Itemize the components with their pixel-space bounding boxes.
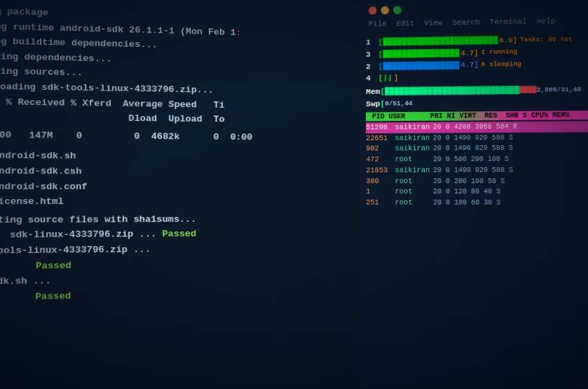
htop-area: 1 [████████████████████████ 6.0] Tasks: … [359,29,588,214]
process-row: 51208 saikiran 20 0 4288 3968 584 R [366,121,588,133]
close-button[interactable] [369,6,377,15]
screenshot-container: g package ng runtime android-sdk 26.1.1-… [0,0,588,389]
terminal-line: ating source files with sha1sums... [0,211,344,228]
maximize-button[interactable] [393,6,401,15]
terminal-line: android-sdk.csh [0,164,344,180]
menu-terminal[interactable]: Terminal [490,17,527,26]
swp-row: Swp [ 0/51,44 [366,96,588,110]
menu-file[interactable]: File [369,20,387,28]
process-row: 472 root 20 0 580 200 100 S [366,154,588,166]
terminal-left: g package ng runtime android-sdk 26.1.1-… [0,0,365,389]
process-row: 1 root 20 0 120 80 40 S [366,187,588,198]
process-row: 902 saikiran 20 0 1490 920 588 S [366,143,588,155]
menu-view[interactable]: View [424,19,443,27]
process-row: 22651 saikiran 20 0 1490 920 588 S [366,132,588,144]
menu-help[interactable]: Help [537,17,555,26]
cpu-row-4: 4 [|| ] [366,70,588,84]
terminal-line: android-sdk.conf [0,179,344,194]
process-table: 51208 saikiran 20 0 4288 3968 584 R 2265… [366,121,588,209]
process-row: 251 root 20 0 100 60 30 S [366,198,588,209]
process-row: 21853 saikiran 20 0 1490 920 588 S [366,164,588,175]
terminal-line: 100 147M 0 0 4682k 0 0:00 [0,128,344,146]
process-row: 380 root 20 0 200 100 50 S [366,175,588,187]
terminal-line: license.html [0,194,344,209]
menu-edit[interactable]: Edit [396,19,414,28]
to-label: To [214,115,225,125]
menu-search[interactable]: Search [452,18,480,26]
terminal-right: File Edit View Search Terminal Help 1 [█… [359,0,588,389]
process-header: PID USER PRI NI VIRT RES SHR S CPU% MEM% [366,111,588,121]
terminal-line: android-sdk.sh [0,149,344,165]
minimize-button[interactable] [381,6,389,15]
